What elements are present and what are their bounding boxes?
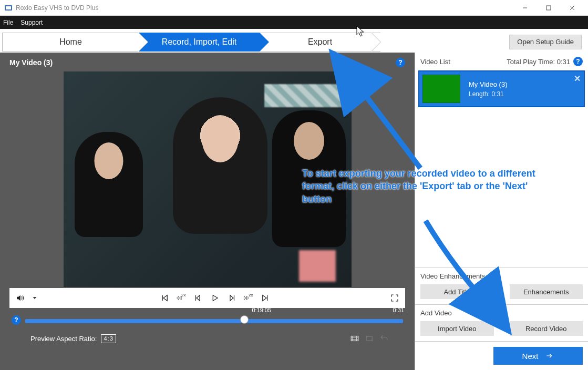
svg-rect-1 <box>6 6 11 9</box>
timeline-help-icon[interactable]: ? <box>12 315 21 325</box>
timeline-thumb[interactable] <box>241 316 248 323</box>
timeline-slider[interactable]: 0:19:05 0:31 <box>25 315 403 325</box>
close-button[interactable] <box>560 0 584 16</box>
video-list-header: Video List <box>420 58 450 66</box>
forward-2x-icon[interactable]: 2x <box>243 293 254 303</box>
add-video-section: Add Video Import Video Record Video <box>415 304 588 341</box>
step-record-label: Record, Import, Edit <box>162 37 236 47</box>
import-video-button[interactable]: Import Video <box>420 321 494 336</box>
rewind-2x-icon[interactable]: 2x <box>176 293 187 303</box>
aspect-ratio-label: Preview Aspect Ratio: <box>30 335 97 343</box>
sidebar-help-icon[interactable]: ? <box>573 57 583 66</box>
menu-file[interactable]: File <box>3 19 13 26</box>
play-icon[interactable] <box>210 293 220 303</box>
add-title-button[interactable]: Add Title <box>420 284 494 299</box>
top-nav: Home Record, Import, Edit Export Open Se… <box>0 29 588 53</box>
help-icon[interactable]: ? <box>396 58 405 67</box>
timeline-end: 0:31 <box>393 307 404 313</box>
video-list-item[interactable]: My Video (3) Length: 0:31 ✕ <box>418 70 585 107</box>
skip-end-icon[interactable] <box>260 293 271 303</box>
next-button[interactable]: Next <box>493 347 583 365</box>
player-controls: 2x 2x <box>9 288 405 308</box>
timeline-position: 0:19:05 <box>252 307 271 313</box>
filmstrip-icon[interactable] <box>349 333 360 344</box>
preview-title: My Video (3) <box>9 58 53 67</box>
step-home[interactable]: Home <box>2 33 139 52</box>
step-back-icon[interactable] <box>193 293 203 303</box>
volume-dropdown-icon[interactable] <box>29 293 40 303</box>
crop-icon[interactable] <box>364 333 375 344</box>
step-record-import-edit[interactable]: Record, Import, Edit <box>139 33 260 52</box>
next-button-label: Next <box>522 352 539 361</box>
menu-support[interactable]: Support <box>20 19 43 26</box>
sidebar: Video List Total Play Time: 0:31 ? My Vi… <box>415 53 588 370</box>
open-setup-guide-button[interactable]: Open Setup Guide <box>509 35 582 49</box>
video-item-thumb <box>422 75 460 103</box>
app-title: Roxio Easy VHS to DVD Plus <box>16 4 513 12</box>
maximize-button[interactable] <box>537 0 560 16</box>
minimize-button[interactable] <box>513 0 537 16</box>
total-play-time: 0:31 <box>557 58 570 66</box>
window-controls <box>513 0 584 16</box>
video-item-title: My Video (3) <box>469 80 507 88</box>
video-item-length: 0:31 <box>491 90 503 98</box>
svg-rect-6 <box>351 336 358 341</box>
aspect-ratio-button[interactable]: 4:3 <box>101 334 116 343</box>
video-enhancements-title: Video Enhancements <box>420 272 583 280</box>
open-setup-guide-label: Open Setup Guide <box>517 38 574 46</box>
preview-panel: My Video (3) ? 2x 2x <box>0 53 415 370</box>
titlebar: Roxio Easy VHS to DVD Plus <box>0 0 588 16</box>
annotation-text: To start exporting your recorded video t… <box>302 167 554 205</box>
record-video-button[interactable]: Record Video <box>510 321 583 336</box>
app-icon <box>4 4 13 12</box>
skip-start-icon[interactable] <box>159 293 170 303</box>
menubar: File Support <box>0 16 588 29</box>
enhancements-button[interactable]: Enhancements <box>510 284 583 299</box>
svg-rect-3 <box>546 6 551 10</box>
add-video-title: Add Video <box>420 309 583 317</box>
undo-icon[interactable] <box>379 333 389 344</box>
step-nav: Home Record, Import, Edit Export <box>2 33 380 52</box>
step-export-label: Export <box>308 37 332 47</box>
fullscreen-icon[interactable] <box>389 293 400 303</box>
step-home-label: Home <box>59 37 82 47</box>
cursor-icon <box>356 26 366 38</box>
volume-icon[interactable] <box>15 293 25 303</box>
video-enhancements-section: Video Enhancements Add Title Enhancement… <box>415 268 588 304</box>
remove-video-icon[interactable]: ✕ <box>574 74 581 84</box>
step-forward-icon[interactable] <box>226 293 237 303</box>
